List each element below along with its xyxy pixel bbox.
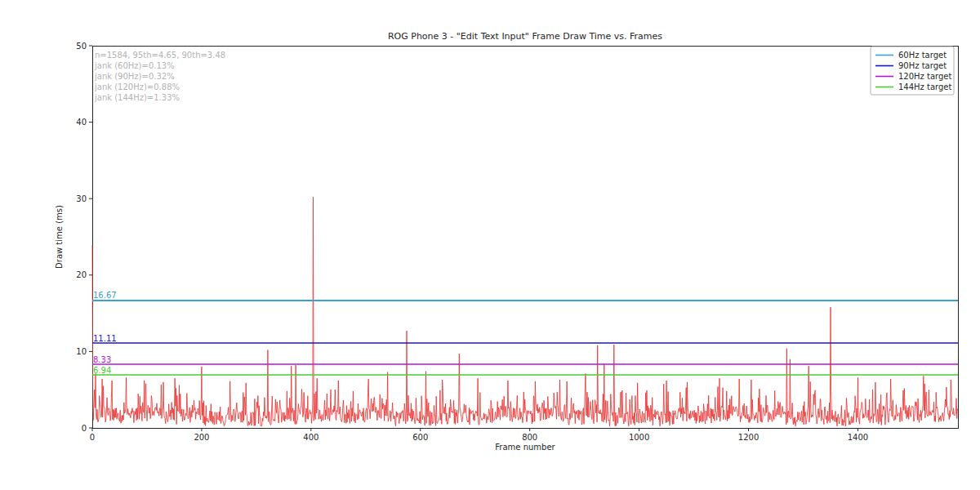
frame-draw-time-series (92, 197, 958, 425)
x-tick-label: 1400 (848, 433, 868, 442)
figure: 01020304050020040060080010001200140016.6… (0, 0, 980, 490)
target-value-label-90hz: 11.11 (93, 334, 117, 343)
y-axis-label: Draw time (ms) (55, 205, 64, 269)
x-tick-label: 800 (522, 433, 537, 442)
x-axis-label: Frame number (495, 443, 555, 452)
y-tick-label: 50 (76, 42, 87, 51)
x-tick-label: 600 (412, 433, 428, 442)
x-tick-label: 0 (90, 433, 95, 442)
legend-label-144hz: 144Hz target (898, 82, 952, 91)
x-tick-label: 1000 (629, 433, 649, 442)
stats-line: jank (120Hz)=0.88% (94, 82, 180, 91)
chart-canvas: 01020304050020040060080010001200140016.6… (0, 0, 980, 490)
y-tick-label: 10 (76, 347, 87, 356)
y-tick-label: 30 (76, 194, 87, 203)
stats-line: n=1584, 95th=4.65, 90th=3.48 (95, 51, 225, 60)
x-tick-label: 200 (194, 433, 209, 442)
stats-line: jank (144Hz)=1.33% (94, 93, 180, 102)
target-value-label-60hz: 16.67 (93, 291, 117, 300)
target-value-label-144hz: 6.94 (93, 366, 111, 375)
y-tick-label: 40 (76, 118, 87, 127)
legend-label-60hz: 60Hz target (898, 51, 947, 60)
chart-title: ROG Phone 3 - "Edit Text Input" Frame Dr… (388, 31, 662, 42)
target-value-label-120hz: 8.33 (93, 355, 111, 364)
plot-border (93, 47, 959, 429)
legend-label-120hz: 120Hz target (898, 72, 952, 81)
stats-line: jank (60Hz)=0.13% (94, 61, 175, 70)
x-tick-label: 1200 (738, 433, 759, 442)
stats-line: jank (90Hz)=0.32% (94, 72, 175, 81)
y-tick-label: 20 (76, 270, 87, 279)
legend-label-90hz: 90Hz target (898, 61, 947, 70)
x-tick-label: 400 (303, 433, 318, 442)
y-tick-label: 0 (82, 424, 87, 433)
